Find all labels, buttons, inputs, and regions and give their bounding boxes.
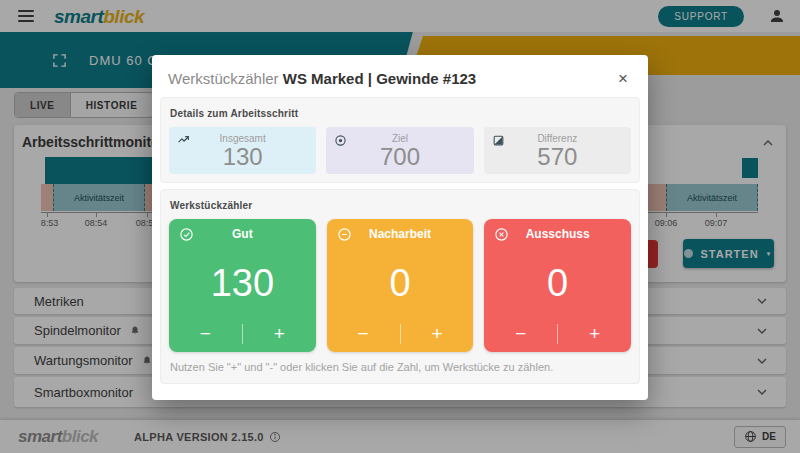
counter-card-header: Gut — [169, 219, 316, 249]
minus-circle-icon — [337, 227, 352, 242]
decrement-button[interactable]: − — [484, 316, 557, 352]
counter-card-header: Nacharbeit — [327, 219, 474, 249]
x-circle-icon — [494, 227, 509, 242]
stat-value: 700 — [326, 144, 473, 169]
counter-label: Ausschuss — [526, 227, 590, 241]
decrement-button[interactable]: − — [169, 316, 242, 352]
target-icon — [334, 134, 347, 147]
counter-buttons: − + — [327, 316, 474, 352]
counter-section: Werkstückzähler Gut 130 − + — [160, 189, 640, 384]
trending-up-icon — [177, 134, 190, 147]
increment-button[interactable]: + — [243, 316, 316, 352]
details-heading: Details zum Arbeitsschritt — [170, 108, 631, 119]
dialog-header: Werkstückzähler WS Marked | Gewinde #123… — [152, 55, 648, 97]
difference-icon — [492, 134, 505, 147]
details-section: Details zum Arbeitsschritt Insgesamt 130… — [160, 97, 640, 183]
check-circle-icon — [179, 227, 194, 242]
counter-label: Nacharbeit — [369, 227, 431, 241]
increment-button[interactable]: + — [401, 316, 474, 352]
stat-value: 130 — [169, 144, 316, 169]
counter-card-ausschuss: Ausschuss 0 − + — [484, 219, 631, 352]
stat-value: 570 — [484, 144, 631, 169]
counter-hint: Nutzen Sie "+" und "-" oder klicken Sie … — [170, 361, 630, 373]
dialog-title: Werkstückzähler WS Marked | Gewinde #123 — [168, 70, 476, 87]
counter-buttons: − + — [484, 316, 631, 352]
stat-card-differenz: Differenz 570 — [484, 127, 631, 174]
close-icon[interactable]: × — [614, 70, 632, 87]
stat-card-ziel: Ziel 700 — [326, 127, 473, 174]
counter-label: Gut — [232, 227, 253, 241]
stat-cards-row: Insgesamt 130 Ziel 700 Differenz 570 — [169, 127, 631, 174]
increment-button[interactable]: + — [558, 316, 631, 352]
counter-value[interactable]: 130 — [169, 249, 316, 316]
counter-heading: Werkstückzähler — [170, 200, 631, 211]
decrement-button[interactable]: − — [327, 316, 400, 352]
counter-card-header: Ausschuss — [484, 219, 631, 249]
counter-cards-row: Gut 130 − + Nacharbeit 0 — [169, 219, 631, 352]
counter-buttons: − + — [169, 316, 316, 352]
counter-card-gut: Gut 130 − + — [169, 219, 316, 352]
counter-card-nacharbeit: Nacharbeit 0 − + — [327, 219, 474, 352]
werkstueckzaehler-dialog: Werkstückzähler WS Marked | Gewinde #123… — [152, 55, 648, 400]
counter-value[interactable]: 0 — [484, 249, 631, 316]
counter-value[interactable]: 0 — [327, 249, 474, 316]
stat-card-insgesamt: Insgesamt 130 — [169, 127, 316, 174]
app-screen: smartblick SUPPORT DMU 60 CNC LIVE HISTO… — [0, 0, 800, 453]
